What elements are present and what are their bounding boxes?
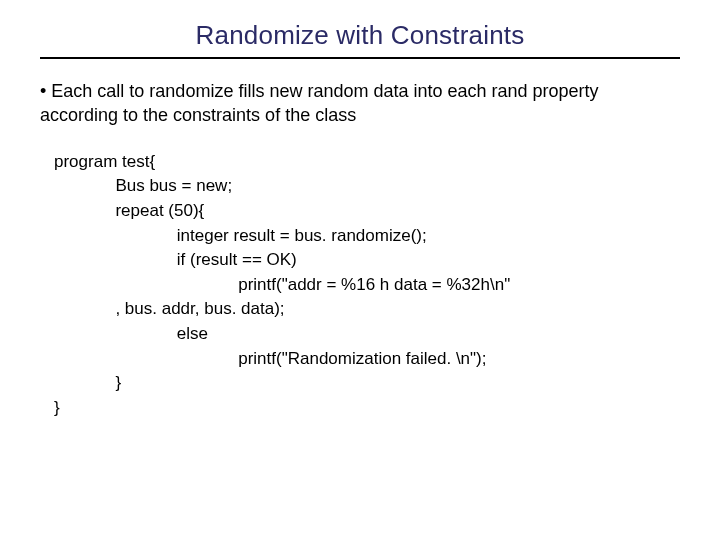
code-block: program test{ Bus bus = new; repeat (50)… <box>54 150 680 421</box>
slide: Randomize with Constraints • Each call t… <box>0 0 720 540</box>
page-title: Randomize with Constraints <box>40 20 680 51</box>
bullet-text: • Each call to randomize fills new rando… <box>40 79 680 128</box>
title-underline <box>40 57 680 59</box>
